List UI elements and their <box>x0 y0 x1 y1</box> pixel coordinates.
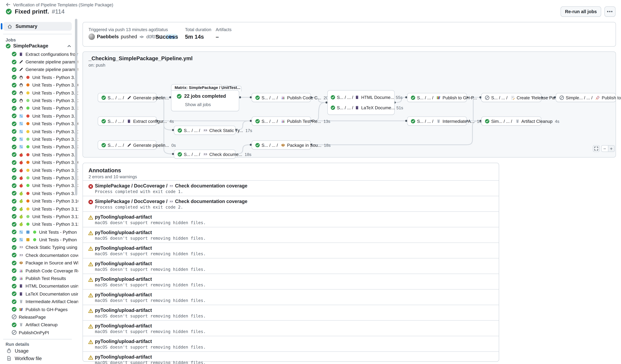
graph-node-check-doc[interactable]: S... / ... / Check docume... 18s <box>174 150 236 159</box>
job-label: Artifact Cleanup <box>26 322 58 327</box>
zoom-control[interactable]: − + <box>601 145 615 152</box>
annotation-title[interactable]: pyTooling/upload-artifact <box>95 292 152 297</box>
sidebar-job-item[interactable]: Unit Tests - Python 3.10 <box>0 158 78 166</box>
annotations-title: Annotations <box>88 167 121 173</box>
graph-node-gh-pages[interactable]: S... / ... / Publish to GH-P... 7s <box>407 93 467 102</box>
zoom-in-button[interactable]: + <box>608 146 615 152</box>
sidebar-job-item[interactable]: Unit Tests - Python 3.9 <box>0 151 78 158</box>
run-details-item-usage[interactable]: Usage <box>0 347 78 355</box>
sidebar-job-item[interactable]: Publish Test Results <box>0 275 78 282</box>
annotation-title[interactable]: SimplePackage / DocCoverage /Check docum… <box>95 183 247 189</box>
dot-green-icon <box>26 222 30 227</box>
sidebar-job-item[interactable]: Unit Tests - Python 3.13 <box>0 143 78 151</box>
sidebar-job-item[interactable]: Unit Tests - Python 3.12 <box>0 228 78 236</box>
graph-node-html-doc[interactable]: S... / ... / HTML Docume... 55s <box>330 93 402 102</box>
eyes-icon <box>203 152 208 156</box>
sidebar-job-item[interactable]: Unit Tests - Python 3.11 <box>0 128 78 135</box>
graph-node-package[interactable]: S... / ... / Package in Sou... 18s <box>252 140 311 150</box>
book-icon <box>127 119 132 123</box>
annotation-title[interactable]: pyTooling/upload-artifact <box>95 323 152 329</box>
sidebar-job-item[interactable]: Unit Tests - Python 3.11 <box>0 166 78 174</box>
sidebar-job-item[interactable]: Package in Source and Wheel... <box>0 259 78 267</box>
rerun-all-jobs-button[interactable]: Re-run all jobs <box>561 6 601 17</box>
annotation-title[interactable]: pyTooling/upload-artifact <box>95 261 152 266</box>
graph-node-extract[interactable]: S... / ... / Extract configur... 4s <box>98 117 157 126</box>
chevron-up-icon[interactable] <box>67 43 72 49</box>
graph-node-generate-1[interactable]: S... / ... / Generate pipelin... 0s <box>98 93 157 102</box>
book-icon <box>355 105 360 110</box>
annotation-title[interactable]: pyTooling/upload-artifact <box>95 308 152 313</box>
sidebar-job-item[interactable]: Generate pipeline parameters <box>0 66 78 73</box>
sidebar-job-item[interactable]: PublishOnPyPI <box>0 329 78 336</box>
job-label: LaTeX Documentation using ... <box>26 291 87 296</box>
annotation-title[interactable]: pyTooling/upload-artifact <box>95 339 152 344</box>
graph-node-intermediate-cleanup[interactable]: S... / ... / Intermediate A... 16s <box>407 117 467 126</box>
check-icon <box>12 222 17 227</box>
sidebar-job-item[interactable]: Unit Tests - Python 3.9 <box>0 190 78 197</box>
sidebar-job-item[interactable]: Unit Tests - Python 3.10 <box>0 120 78 128</box>
artifacts-column: Artifacts – <box>216 27 231 40</box>
sidebar-job-item[interactable]: Unit Tests - Python 3.13 <box>0 220 78 228</box>
sidebar-item-summary[interactable]: Summary <box>3 22 72 31</box>
sidebar-job-item[interactable]: Unit Tests - Python 3.13 <box>0 104 78 112</box>
sidebar-job-item[interactable]: Unit Tests - Python 3.10 <box>0 197 78 205</box>
sidebar-group-simplepackage[interactable]: SimplePackage <box>3 42 72 50</box>
annotation-title[interactable]: pyTooling/upload-artifact <box>95 230 152 235</box>
sidebar-job-item[interactable]: ReleasePage <box>0 313 78 321</box>
annotation-title[interactable]: pyTooling/upload-artifact <box>95 214 152 220</box>
avatar[interactable] <box>88 34 95 40</box>
sidebar-job-item[interactable]: Generate pipeline parameters <box>0 58 78 66</box>
job-label: Unit Tests - Python 3.10 <box>32 199 80 203</box>
graph-node-publish-pypi[interactable]: Simple... / ... / Publish to PyPI <box>556 93 616 102</box>
success-check-icon <box>177 128 182 133</box>
annotation-title[interactable]: pyTooling/upload-artifact <box>95 354 152 360</box>
success-check-icon <box>330 105 335 110</box>
sidebar-job-item[interactable]: Unit Tests - Python 3.13 <box>0 182 78 190</box>
sidebar-scrollbar[interactable] <box>75 19 77 195</box>
dot-orange-icon <box>26 199 30 203</box>
sidebar-job-item[interactable]: Unit Tests - Python 3.9 <box>0 73 78 81</box>
sidebar-job-item[interactable]: Unit Tests - Python 3.12 <box>0 97 78 104</box>
sidebar-job-item[interactable]: Publish Code Coverage Results <box>0 267 78 275</box>
run-details-item-workflow-file[interactable]: Workflow file <box>0 355 78 362</box>
sidebar-job-item[interactable]: Unit Tests - Python 3.10 <box>0 81 78 89</box>
sidebar-job-item[interactable]: Artifact Cleanup <box>0 321 78 329</box>
sidebar-job-item[interactable]: LaTeX Documentation using ... <box>0 290 78 298</box>
zoom-out-button[interactable]: − <box>602 146 608 152</box>
sidebar-job-item[interactable]: Unit Tests - Python 3.12 <box>0 135 78 143</box>
sidebar-job-item[interactable]: Unit Tests - Python 3.9 <box>0 112 78 120</box>
check-icon <box>12 253 17 258</box>
sidebar-job-item[interactable]: Unit Tests - Python 3.11 <box>0 205 78 213</box>
sidebar-job-item[interactable]: Publish to GH-Pages <box>0 306 78 313</box>
graph-node-latex-doc[interactable]: S... / ... / LaTeX Docume... 51s <box>330 103 403 112</box>
graph-node-publish-coverage[interactable]: S... / ... / Publish Code C... 20s <box>252 93 311 102</box>
eyes-icon <box>169 184 173 188</box>
trash-icon <box>19 322 23 327</box>
sidebar-job-item[interactable]: Unit Tests - Python 3.11 <box>0 89 78 97</box>
actor-name[interactable]: Paebbels <box>97 34 119 39</box>
annotation-title[interactable]: SimplePackage / DocCoverage /Check docum… <box>95 199 247 204</box>
kebab-menu-button[interactable]: ••• <box>604 6 616 17</box>
graph-node-check-static[interactable]: S... / ... / Check Static Ty... 17s <box>174 126 236 135</box>
breadcrumb[interactable]: Verification of Pipeline Templates (Simp… <box>6 2 113 7</box>
graph-node-release-page[interactable]: S... / ... / Create 'Release Pa... <box>481 93 541 102</box>
annotation-title[interactable]: pyTooling/upload-artifact <box>95 277 152 282</box>
sidebar-job-item[interactable]: Unit Tests - Python 3.12 <box>0 213 78 220</box>
matrix-tab[interactable]: Matrix: SimplePackage / UnitTest... <box>171 84 222 90</box>
sidebar-job-item[interactable]: Check documentation covera... <box>0 251 78 259</box>
sidebar-job-item[interactable]: Extract configurations from p... <box>0 50 78 58</box>
sidebar-job-item[interactable]: HTML Documentation using ... <box>0 282 78 290</box>
annotation-title[interactable]: pyTooling/upload-artifact <box>95 245 152 251</box>
graph-node-artifact-cleanup[interactable]: Sim... / ... / Artifact Cleanup 4s <box>481 117 541 126</box>
sidebar-job-item[interactable]: Unit Tests - Python 3.12 <box>0 236 78 243</box>
annotations-list: SimplePackage / DocCoverage /Check docum… <box>83 180 499 364</box>
sidebar-job-item[interactable]: Intermediate Artifact Cleanup <box>0 298 78 306</box>
graph-node-generate-2[interactable]: S... / ... / Generate pipelin... 0s <box>98 140 157 150</box>
show-all-jobs-link[interactable]: Show all jobs <box>185 102 211 107</box>
fullscreen-button[interactable] <box>593 145 600 152</box>
sidebar-job-item[interactable]: Check Static Typing using Pyt... <box>0 243 78 251</box>
graph-node-publish-test[interactable]: S... / ... / Publish Test Re... 13s <box>252 117 311 126</box>
dot-lightgreen-icon <box>26 98 30 103</box>
sidebar-job-item[interactable]: Unit Tests - Python 3.12 <box>0 174 78 182</box>
dot-green-icon <box>32 230 37 234</box>
